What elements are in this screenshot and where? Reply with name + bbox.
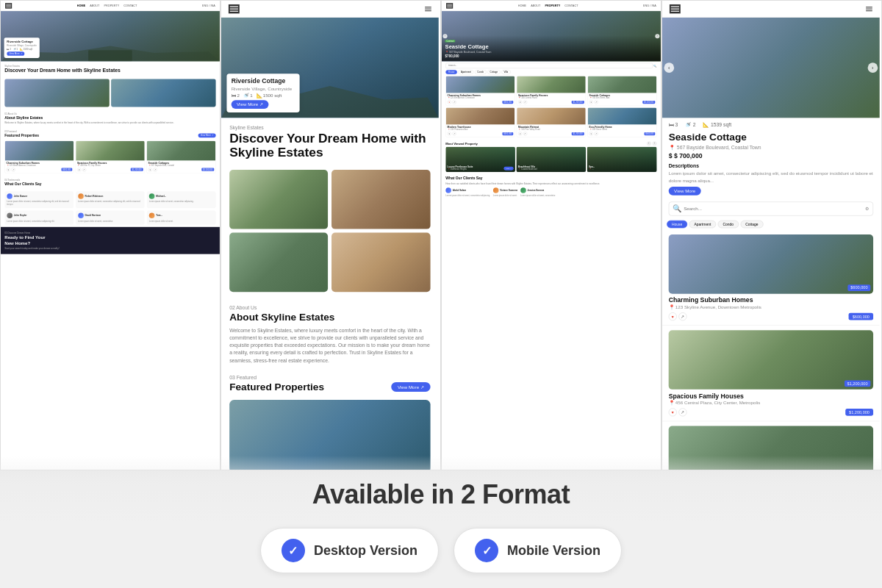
p3-mv-next[interactable]: › [652,141,656,146]
panel4-desc: Descriptions Lorem ipsum dolor sit amet,… [662,159,880,199]
card2-share[interactable]: ↗ [82,168,86,171]
panel2-navbar [221,1,439,18]
card1-share[interactable]: ↗ [11,168,15,171]
nav-home[interactable]: HOME [77,4,85,7]
panel1-section2: 02 About Us About Skyline Estates Welcom… [1,109,220,128]
p4-filter-cottage[interactable]: Cottage [740,220,763,229]
panel4-prop-loc: 📍 567 Bayside Boulevard, Coastal Town [669,144,873,150]
card1-like[interactable]: ♥ [7,168,10,171]
p3c6-share[interactable]: ↗ [594,132,598,135]
panel4-prop-price: $ $ 700,000 [669,152,873,159]
p3-mv-1-btn[interactable]: View ↗ [503,167,514,171]
p3-nav-property[interactable]: PROPERTY [545,4,560,7]
panel3-search: 🔍 [445,63,656,68]
p4-filter-condo[interactable]: Condo [718,220,739,229]
panel4-hero: ‹ › [662,18,880,118]
panel2-view-more[interactable]: View More ↗ [232,100,269,109]
p3c4-share[interactable]: ↗ [452,132,456,135]
p3-mv-3: Spa... 📍 ... [587,147,657,172]
p3c4-like[interactable]: ♥ [448,132,451,135]
p3c3-like[interactable]: ♥ [589,100,593,104]
card2-like[interactable]: ♥ [77,168,81,171]
p3-mv-1: Luxury Penthouse Suite 📍 Downtown Height… [445,147,515,172]
panel2-grid-4 [331,232,430,292]
panel4-search-input[interactable] [684,207,864,212]
available-text: Available in 2 Format [312,479,570,510]
p3-filter-villa[interactable]: Villa [501,70,511,74]
desktop-version-btn[interactable]: ✓ Desktop Version [260,528,439,573]
p3c5-share[interactable]: ↗ [523,132,527,135]
panel-2-mobile: Riverside Cottage Riverside Village, Cou… [220,0,441,470]
p3c2-share[interactable]: ↗ [523,100,527,104]
p3-prop-6: Eco-Friendly Home 📍 189 Grove Street ♥ ↗… [587,107,656,137]
panel4-title-section: Seaside Cottage 📍 567 Bayside Boulevard,… [662,131,880,159]
card3-like[interactable]: ♥ [148,168,152,171]
mobile-version-btn[interactable]: ✓ Mobile Version [453,528,622,573]
panel4-view-more[interactable]: View More [669,187,701,196]
panel3-search-input[interactable] [445,63,652,68]
panel4-menu[interactable] [866,7,872,11]
card3-share[interactable]: ↗ [153,168,157,171]
panel1-prop-card-2: Spacious Family Houses 📍 490 Elm Pl, Cit… [76,140,145,173]
panel1-test-4: John Kepler Lorem ipsum dolor sit amet, … [4,210,74,224]
panel4-filter-icon[interactable]: ⚙ [865,207,869,211]
p3c2-like[interactable]: ♥ [518,100,522,104]
p3c1-like[interactable]: ♥ [448,100,451,104]
p4-c2-like[interactable]: ♥ [669,408,677,416]
panel2-view-more-feat[interactable]: View More ↗ [391,382,430,392]
p4-filter-house[interactable]: House [667,220,687,229]
p3c5-like[interactable]: ♥ [518,132,522,135]
panel3-prop-grid: Charming Suburban Homes 📍 125 Elm Avenue… [442,76,661,140]
panel1-view-more[interactable]: View More ↗ [7,51,24,56]
p4-c1-like[interactable]: ♥ [669,312,677,320]
panel3-filter-tabs: House Apartment Condo Cottage Villa [445,70,656,74]
panel4-carousel-right[interactable]: › [867,62,878,73]
p3-nav-about[interactable]: ABOUT [531,4,540,7]
panel1-cta-label: 05 Discover Dream Home [4,232,215,234]
p3c1-share[interactable]: ↗ [452,100,456,104]
panel2-property-card: Riverside Cottage Riverside Village, Cou… [226,74,299,112]
panel3-search-icon[interactable]: 🔍 [653,64,656,67]
panel1-feat-view-more[interactable]: View More ↗ [198,134,216,138]
nav-property[interactable]: PROPERTY [104,4,119,7]
p3c6-like[interactable]: ♥ [589,132,593,135]
panel3-nav-links: HOME ABOUT PROPERTY CONTACT [518,4,578,7]
p4-prop2-img: $1,200,000 [669,330,873,390]
p3-filter-cottage[interactable]: Cottage [487,70,500,74]
panel4-desc-label: Descriptions [669,163,873,168]
p3-prop-3: Seaside Cottages 📍 783 Elm Street, Alta … [587,76,656,106]
panel2-about: 02 About Us About Skyline Estates Welcom… [221,297,439,371]
panel4-search-bar: 🔍 ⚙ [669,201,873,215]
panel1-test-3: Michael... Lorem ipsum dolor sit amet, c… [147,191,216,208]
panel1-test-5: David Harrison Lorem ipsum dolor sit ame… [76,210,145,224]
p4-c2-share[interactable]: ↗ [678,408,686,416]
p3-nav-contact[interactable]: CONTACT [564,4,578,7]
nav-about[interactable]: ABOUT [90,4,99,7]
p3-filter-apartment[interactable]: Apartment [458,70,473,74]
p3-carousel-right[interactable]: › [655,34,659,38]
panel1-s2-title: About Skyline Estates [4,115,215,120]
p3c3-share[interactable]: ↗ [594,100,598,104]
panel-1-desktop: HOME ABOUT PROPERTY CONTACT ENG / INA [0,0,220,470]
panel1-cta-title: Ready to Find YourNew Home? [4,234,215,246]
panel2-feat-header: 03 Featured Featured Properties View Mor… [221,371,439,400]
bottom-overlay: Available in 2 Format ✓ Desktop Version … [0,456,882,588]
panel3-most-viewed-row: Luxury Penthouse Suite 📍 Downtown Height… [442,147,661,173]
p4-filter-apt[interactable]: Apartment [689,220,717,229]
panel2-menu[interactable] [425,7,431,11]
panel4-prop-item-2: $1,200,000 Spacious Family Houses 📍 456 … [662,326,880,421]
p3-carousel-left[interactable]: ‹ [443,34,448,38]
p3-filter-house[interactable]: House [445,70,457,74]
p3-mv-prev[interactable]: ‹ [647,141,651,146]
panel4-hero-img [662,18,880,118]
p3-filter-condo[interactable]: Condo [475,70,487,74]
p3-nav-home[interactable]: HOME [518,4,526,7]
panel4-search-icon: 🔍 [673,204,681,213]
p4-c1-share[interactable]: ↗ [678,312,686,320]
panel4-carousel-left[interactable]: ‹ [664,62,674,73]
panel2-hero: Riverside Cottage Riverside Village, Cou… [221,18,439,118]
panel1-s3-header: 03 Featured Featured Properties View Mor… [1,128,220,140]
nav-contact[interactable]: CONTACT [123,4,137,7]
main-container: HOME ABOUT PROPERTY CONTACT ENG / INA [0,0,882,588]
p3-mv-2: Beachfront Villa 📍 Coastal Boulevard [517,147,587,172]
